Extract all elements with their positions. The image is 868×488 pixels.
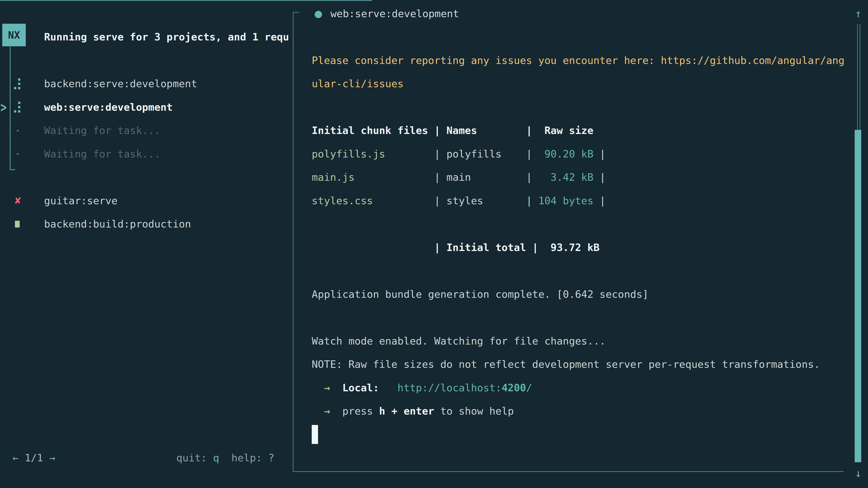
terminal-line: Initial chunk files | Names | Raw size <box>312 119 593 142</box>
terminal-text: | <box>593 171 606 183</box>
terminal-line <box>312 423 318 446</box>
spinner-icon <box>14 72 25 96</box>
sidebar: NX Running serve for 3 projects, and 1 r… <box>0 0 293 488</box>
panel-border-left <box>293 12 293 472</box>
task-label: Waiting for task... <box>44 142 160 166</box>
terminal-line: | Initial total | 93.72 kB <box>312 236 599 259</box>
terminal-text: Watch mode enabled. Watching for file ch… <box>312 335 606 347</box>
terminal-text: Initial chunk files | Names | Raw size <box>312 125 593 136</box>
terminal-text <box>379 382 397 394</box>
task-item[interactable]: ✘guitar:serve <box>0 189 293 213</box>
terminal-text: Local: <box>342 382 379 394</box>
task-item[interactable]: >web:serve:development <box>0 95 293 119</box>
app-title: Running serve for 3 projects, and 1 requ <box>44 25 289 48</box>
local-url[interactable]: / <box>526 382 532 394</box>
waiting-dot-icon <box>14 142 25 166</box>
spinner-dot <box>18 78 20 80</box>
local-url[interactable]: http://localhost: <box>397 382 502 394</box>
failed-cross-icon: ✘ <box>14 189 25 213</box>
terminal-text: Please consider reporting any issues you… <box>312 55 844 66</box>
task-item[interactable]: Waiting for task... <box>0 119 293 142</box>
task-label: Waiting for task... <box>44 119 160 142</box>
scrollbar-thumb[interactable] <box>855 130 861 462</box>
terminal-text: | main | <box>355 171 538 183</box>
quit-key: q <box>213 452 219 464</box>
terminal-text: styles.css <box>312 195 373 207</box>
terminal-text <box>312 382 324 394</box>
terminal-text: Application bundle generation complete. … <box>312 288 649 300</box>
local-url[interactable]: 4200 <box>502 382 526 394</box>
terminal-text: ular-cli/issues <box>312 78 403 90</box>
pager: ← 1/1 → <box>12 446 55 469</box>
terminal-line: → Local: http://localhost:4200/ <box>312 376 532 399</box>
terminal-line: main.js | main | 3.42 kB | <box>312 166 606 189</box>
arrow-icon: → <box>324 382 330 394</box>
terminal-text: h + enter <box>379 405 434 417</box>
spinner-dot <box>18 83 20 85</box>
terminal-line: Please consider reporting any issues you… <box>312 48 844 72</box>
task-item[interactable]: backend:build:production <box>0 213 293 236</box>
spinner-dot <box>18 87 20 89</box>
help-spacer <box>219 452 231 464</box>
terminal-text: to show help <box>434 405 514 417</box>
terminal-text: 104 bytes <box>538 195 593 207</box>
terminal-text: | <box>593 195 606 207</box>
terminal-text: | styles | <box>373 195 538 207</box>
task-label: backend:serve:development <box>44 72 197 96</box>
scroll-up-arrow-icon[interactable]: ↑ <box>851 2 865 25</box>
nx-logo-badge: NX <box>2 24 26 46</box>
task-item[interactable]: Waiting for task... <box>0 142 293 166</box>
pager-right-arrow-icon[interactable]: → <box>49 452 55 464</box>
spinner-dot <box>18 102 20 104</box>
terminal-text <box>312 405 324 417</box>
task-label: backend:build:production <box>44 213 191 236</box>
task-label: web:serve:development <box>44 95 173 119</box>
help-bar: quit: q help: ? <box>176 446 274 469</box>
spinner-dot <box>18 110 20 112</box>
terminal-cursor <box>312 425 318 444</box>
terminal-line: → press h + enter to show help <box>312 399 514 423</box>
nx-tui-screen: NX Running serve for 3 projects, and 1 r… <box>0 0 868 488</box>
panel-border-top-stub <box>293 12 299 13</box>
waiting-dot <box>17 130 19 132</box>
task-item[interactable]: backend:serve:development <box>0 72 293 96</box>
help-key: ? <box>268 452 274 464</box>
terminal-text: 3.42 kB <box>538 171 593 183</box>
spinner-dot <box>14 87 16 89</box>
terminal-line: styles.css | styles | 104 bytes | <box>312 189 606 213</box>
terminal-line: Application bundle generation complete. … <box>312 283 649 306</box>
task-label: guitar:serve <box>44 189 118 213</box>
terminal-text <box>330 382 342 394</box>
terminal-text: | Initial total | 93.72 kB <box>312 241 599 254</box>
waiting-dot <box>17 153 19 155</box>
quit-label: quit: <box>176 452 213 464</box>
terminal-text: | polyfills | <box>385 148 538 160</box>
scrollbar-track[interactable] <box>857 24 860 130</box>
terminal-line: NOTE: Raw file sizes do not reflect deve… <box>312 353 820 376</box>
terminal-text: NOTE: Raw file sizes do not reflect deve… <box>312 358 820 370</box>
help-label: help: <box>231 452 268 464</box>
selected-chevron-icon: > <box>0 91 9 123</box>
terminal-line: Watch mode enabled. Watching for file ch… <box>312 329 606 353</box>
arrow-icon: → <box>324 405 330 417</box>
task-tree-corner <box>10 169 15 170</box>
terminal-text: 90.20 kB <box>538 148 593 160</box>
terminal-text: press <box>342 405 379 417</box>
terminal-text: | <box>593 148 606 160</box>
terminal-output: Please consider reporting any issues you… <box>312 0 863 471</box>
terminal-text <box>330 405 342 417</box>
waiting-dot-icon <box>14 119 25 142</box>
pager-page-indicator: 1/1 <box>19 452 49 464</box>
spinner-dot <box>14 110 16 112</box>
success-square <box>15 221 20 228</box>
spinner-icon <box>14 95 25 119</box>
terminal-line: polyfills.js | polyfills | 90.20 kB | <box>312 142 606 166</box>
spinner-dot <box>18 106 20 108</box>
failed-cross: ✘ <box>14 189 25 213</box>
pager-left-arrow-icon[interactable]: ← <box>12 452 19 464</box>
panel-border-bottom <box>293 471 844 472</box>
terminal-text: main.js <box>312 171 355 183</box>
terminal-text: polyfills.js <box>312 148 385 160</box>
scroll-down-arrow-icon[interactable]: ↓ <box>851 461 865 485</box>
success-square-icon <box>14 213 25 236</box>
